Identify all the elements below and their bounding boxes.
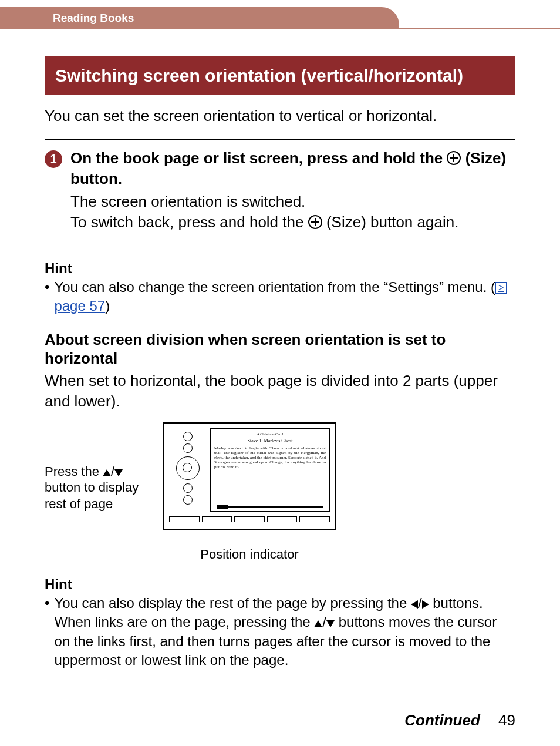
size-icon [447,151,461,165]
bullet-dot: • [45,278,49,316]
step-desc: The screen orientation is switched. To s… [70,191,515,233]
page-link[interactable]: page 57 [54,298,105,314]
step-desc-2a: To switch back, press and hold the [70,213,308,231]
right-icon [422,600,429,609]
h2d: / [322,614,326,630]
h2a: You can also display the rest of the pag… [54,595,411,611]
sub-body: When set to horizontal, the book page is… [45,371,515,412]
step-1: 1 On the book page or list screen, press… [45,148,515,233]
header-tab: Reading Books [0,7,560,29]
down-icon [114,469,123,476]
continued-label: Continued [404,711,480,729]
step-desc-2b: (Size) button again. [322,213,459,231]
screen-doc-title: A Christmas Carol [214,432,326,436]
hint1-bullet: • You can also change the screen orienta… [45,278,515,316]
hint1-pre: You can also change the screen orientati… [54,279,495,295]
screen-chapter: Stave 1: Marley's Ghost [214,438,326,443]
footer: Continued 49 [404,711,515,730]
step-desc-1: The screen orientation is switched. [70,193,305,210]
hint1-text: You can also change the screen orientati… [54,278,515,316]
callout-left: Press the / button to display rest of pa… [45,463,156,512]
hint-heading: Hint [45,576,515,593]
figure: Press the / button to display rest of pa… [45,422,515,562]
leader-line [228,529,228,547]
step-title-pre: On the book page or list screen, press a… [70,149,447,167]
up-icon [314,620,322,627]
page-number: 49 [498,711,515,729]
step-number-badge: 1 [45,150,62,168]
hint2-text: You can also display the rest of the pag… [54,594,515,670]
breadcrumb: Reading Books [53,12,134,25]
hint2-bullet: • You can also display the rest of the p… [45,594,515,670]
page-ref-icon[interactable]: > [495,282,507,294]
dpad-icon [176,456,200,480]
hint1-post: ) [105,298,110,314]
device-controls [170,429,205,507]
section-title: Switching screen orientation (vertical/h… [45,56,515,95]
up-icon [103,469,111,476]
divider [45,139,515,140]
device-button-row [169,516,330,526]
size-icon [308,215,322,229]
left-icon [411,600,418,609]
h2b: / [418,595,422,611]
divider [45,246,515,246]
position-indicator-label: Position indicator [163,547,336,562]
screen-body: Marley was dead: to begin with. There is… [214,446,326,469]
position-indicator [217,504,323,510]
bullet-dot: • [45,594,49,670]
device-illustration: A Christmas Carol Stave 1: Marley's Ghos… [163,422,336,530]
device-screen: A Christmas Carol Stave 1: Marley's Ghos… [210,428,330,512]
hint-heading: Hint [45,260,515,277]
subheading: About screen division when screen orient… [45,330,515,368]
step-title: On the book page or list screen, press a… [70,148,515,189]
callout-pre: Press the [45,464,103,479]
intro-text: You can set the screen orientation to ve… [45,106,515,126]
callout-post: button to display rest of page [45,480,139,511]
down-icon [326,620,335,627]
